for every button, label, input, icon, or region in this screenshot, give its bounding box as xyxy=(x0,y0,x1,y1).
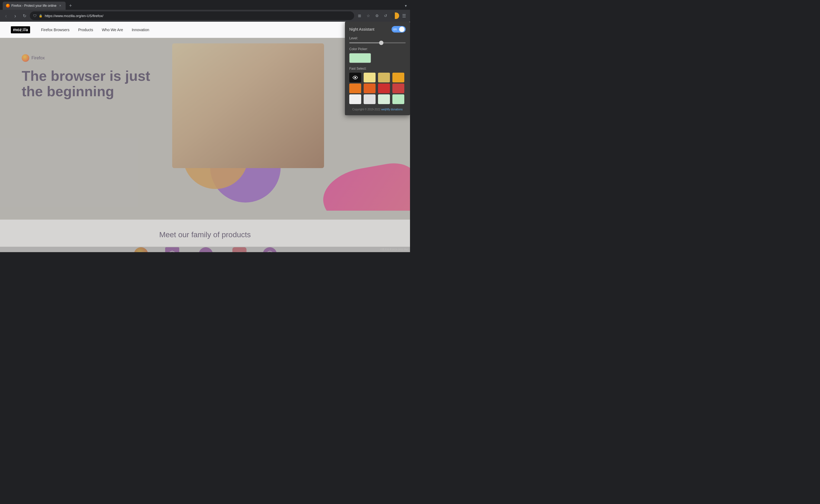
nav-who-we-are[interactable]: Who We Are xyxy=(102,28,123,32)
undo-button[interactable]: ↺ xyxy=(382,12,389,20)
color-picker-swatch[interactable] xyxy=(349,53,371,63)
panel-title: Night Assistant xyxy=(349,27,374,31)
swatch-pale-green[interactable] xyxy=(378,94,390,104)
level-label: Level: xyxy=(349,36,406,40)
firefox-logo-icon xyxy=(22,54,29,62)
mozilla-logo[interactable]: moz://a xyxy=(11,26,30,33)
swatch-orange-yellow[interactable] xyxy=(392,73,404,82)
color-picker-label: Color Picker: xyxy=(349,47,406,51)
tab-scroll-button[interactable]: ▾ xyxy=(405,4,407,8)
shield-icon: 🛡 xyxy=(33,14,37,18)
hero-pink-blob xyxy=(319,159,410,211)
extensions-button[interactable]: ⊞ xyxy=(356,12,363,20)
tab-close-button[interactable]: × xyxy=(58,4,62,8)
settings-button[interactable]: ⚙ xyxy=(373,12,381,20)
active-tab[interactable]: Firefox - Protect your life online × xyxy=(3,2,66,10)
hero-title: The browser is just the beginning xyxy=(22,68,157,99)
theme-button[interactable] xyxy=(390,12,399,19)
nav-firefox-browsers[interactable]: Firefox Browsers xyxy=(41,28,69,32)
address-bar[interactable]: 🛡 🔒 https://www.mozilla.org/en-US/firefo… xyxy=(30,11,354,20)
hero-photo xyxy=(172,43,324,168)
svg-point-10 xyxy=(354,77,356,78)
swatch-tan[interactable] xyxy=(378,73,390,82)
website-content: moz://a Firefox Browsers Products Who We… xyxy=(0,22,410,252)
tab-bar-left: Firefox - Protect your life online × + xyxy=(0,2,74,10)
panel-copyright: Copyright © 2019-2022 weijhfly donations xyxy=(349,108,406,111)
night-assistant-toggle[interactable]: on xyxy=(392,26,406,33)
bookmark-button[interactable]: ☆ xyxy=(364,12,372,20)
nav-bar: ‹ › ↻ 🛡 🔒 https://www.mozilla.org/en-US/… xyxy=(0,10,410,22)
fast-select-section: Fast Select: xyxy=(349,67,406,104)
tab-bar: Firefox - Protect your life online × + ▾ xyxy=(0,0,410,10)
lock-icon: 🔒 xyxy=(39,14,43,18)
swatch-orange-mid[interactable] xyxy=(364,84,376,93)
products-title: Meet our family of products xyxy=(11,230,399,239)
swatch-red[interactable] xyxy=(378,84,390,93)
toggle-label: on xyxy=(393,27,397,31)
refresh-button[interactable]: ↻ xyxy=(21,12,28,20)
swatch-red-mid[interactable] xyxy=(392,84,404,93)
nav-products[interactable]: Products xyxy=(78,28,93,32)
swatch-light-green[interactable] xyxy=(392,94,404,104)
forward-button[interactable]: › xyxy=(11,12,19,20)
firefox-badge-label: Firefox xyxy=(31,56,45,60)
tab-bar-right: ▾ xyxy=(405,4,410,8)
swatch-orange[interactable] xyxy=(349,84,361,93)
swatch-eye[interactable] xyxy=(349,73,361,82)
night-assistant-panel: Night Assistant on Level: Color Picker: … xyxy=(345,22,410,115)
panel-header: Night Assistant on xyxy=(349,26,406,33)
nav-actions: ⊞ ☆ ⚙ ↺ ☰ xyxy=(356,12,408,20)
swatch-white[interactable] xyxy=(349,94,361,104)
swatch-light-gray[interactable] xyxy=(364,94,376,104)
level-slider-thumb[interactable] xyxy=(379,41,383,45)
toggle-knob xyxy=(399,27,405,32)
bottom-bar-text: ©图灵绘本2019-2022 Rel xyxy=(380,248,408,251)
tab-favicon xyxy=(6,4,10,8)
fast-select-label: Fast Select: xyxy=(349,67,406,70)
bottom-bar: ©图灵绘本2019-2022 Rel xyxy=(0,247,410,252)
swatch-pale-yellow[interactable] xyxy=(364,73,376,82)
author-link[interactable]: weijhfly xyxy=(381,108,390,111)
address-text: https://www.mozilla.org/en-US/firefox/ xyxy=(45,14,351,18)
browser-chrome: Firefox - Protect your life online × + ▾… xyxy=(0,0,410,22)
tab-title: Firefox - Protect your life online xyxy=(11,4,56,8)
moz-nav-links: Firefox Browsers Products Who We Are Inn… xyxy=(41,28,149,32)
back-button[interactable]: ‹ xyxy=(2,12,10,20)
nav-innovation[interactable]: Innovation xyxy=(132,28,149,32)
level-slider-fill xyxy=(349,42,380,43)
menu-button[interactable]: ☰ xyxy=(400,12,408,20)
new-tab-button[interactable]: + xyxy=(67,2,74,9)
color-picker-section: Color Picker: xyxy=(349,47,406,63)
level-slider-track[interactable] xyxy=(349,42,406,43)
fast-select-grid xyxy=(349,73,406,104)
level-section: Level: xyxy=(349,36,406,43)
donations-link[interactable]: donations xyxy=(391,108,402,111)
